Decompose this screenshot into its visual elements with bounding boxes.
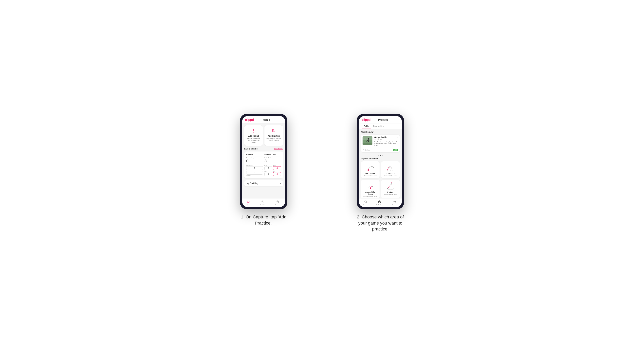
practice-drills-col: Practice Drills Drills Capture 8 OTT 0 — [264, 154, 281, 176]
practice-label: Practice — [246, 175, 263, 176]
off-the-tee-icon — [365, 163, 375, 172]
phone2-screen: clippd Practice Drills Favourites Most P… — [359, 116, 402, 207]
add-round-icon — [250, 127, 257, 134]
skill-card-around-green[interactable]: Around The Green Hone your short game — [361, 180, 380, 198]
nav-capture-label: Capture — [275, 204, 280, 206]
phone1-screen: clippd Home — [242, 116, 285, 207]
drill-star-icon[interactable]: ☆ — [396, 136, 398, 139]
phone1: clippd Home — [240, 114, 288, 209]
svg-point-40 — [394, 201, 395, 202]
ott-item: OTT 0 — [264, 165, 272, 170]
putt-value: 4 — [273, 172, 281, 176]
phone2: clippd Practice Drills Favourites Most P… — [356, 114, 404, 209]
add-round-card[interactable]: Add Round Record your shots fast or enha… — [244, 125, 263, 146]
drill-desc: Play 1 shot at each target yardage. If y… — [374, 141, 398, 146]
drill-title: Wedge Ladder — [374, 136, 388, 139]
dot-2 — [380, 155, 381, 156]
svg-marker-37 — [392, 182, 392, 183]
phone2-home-icon — [364, 200, 367, 204]
most-popular-label: Most Popular — [361, 131, 400, 133]
hamburger-menu-icon[interactable] — [279, 119, 282, 121]
svg-rect-13 — [362, 143, 372, 145]
app-label: APP — [273, 165, 281, 166]
phone2-nav-activities[interactable]: Activities — [376, 200, 383, 206]
nav-home-label: Home — [247, 204, 251, 206]
skill-card-approach[interactable]: Approach Dial-in to hit the green — [381, 161, 400, 178]
putting-desc: Make and lag practice — [384, 193, 397, 195]
add-practice-card[interactable]: Add Practice Capture your practice off-t… — [264, 125, 283, 146]
activities-icon — [261, 200, 265, 204]
practice-value: 0 — [246, 171, 263, 174]
phone2-header: clippd Practice — [359, 116, 402, 123]
putting-icon — [386, 182, 396, 190]
off-the-tee-title: Off The Tee — [366, 173, 375, 175]
drill-shots: 9 shots — [365, 149, 370, 151]
practice-tabs: Drills Favourites — [359, 123, 402, 129]
practice-content: Most Popular — [359, 129, 402, 198]
add-round-title: Add Round — [248, 135, 259, 137]
nav-activities[interactable]: Activities — [260, 200, 266, 206]
drills-capture-label: Drills Capture — [264, 157, 281, 159]
svg-point-14 — [368, 138, 369, 139]
golf-bag-row[interactable]: My Golf Bag › — [244, 180, 283, 186]
arg-item: ARG 0 — [264, 171, 272, 176]
phone2-nav-capture[interactable]: Capture — [392, 200, 397, 206]
rounds-header: Rounds — [246, 154, 263, 157]
golf-bag-label: My Golf Bag — [247, 182, 258, 184]
dot-1 — [378, 155, 379, 156]
approach-title: Approach — [386, 173, 394, 175]
nav-capture[interactable]: Capture — [275, 200, 280, 206]
wedge-ladder-card[interactable]: Wedge Ladder ☆ 50–100 yds Play 1 shot at… — [361, 135, 400, 152]
tab-favourites[interactable]: Favourites — [371, 123, 386, 129]
drills-sub-grid-2: ARG 0 PUTT 4 — [264, 171, 281, 176]
skill-areas-label: Explore skill areas — [361, 158, 400, 160]
page-wrapper: clippd Home — [213, 114, 431, 232]
tab-drills[interactable]: Drills — [362, 123, 371, 129]
skill-card-off-the-tee[interactable]: Off The Tee Power and accuracy — [361, 161, 380, 178]
phone2-bottom-nav: Home Activities — [359, 198, 402, 207]
svg-point-27 — [391, 169, 392, 170]
approach-desc: Dial-in to hit the green — [384, 175, 397, 176]
putt-label: PUTT — [273, 171, 281, 172]
phone2-capture-icon — [393, 200, 396, 204]
phone2-nav-home[interactable]: Home — [363, 200, 368, 206]
svg-point-28 — [387, 171, 388, 171]
add-practice-icon — [270, 127, 277, 134]
around-green-icon — [365, 182, 375, 190]
practice-drills-header: Practice Drills — [264, 154, 281, 157]
arg-label: ARG — [264, 171, 272, 172]
add-practice-desc: Capture your practice off-the-course — [266, 138, 282, 142]
nav-home[interactable]: Home — [247, 200, 251, 206]
around-green-title: Around The Green — [362, 191, 378, 195]
clock-icon — [362, 149, 364, 151]
tournament-value: 0 — [246, 166, 263, 170]
drill-app-badge: APP — [394, 149, 398, 151]
ott-label: OTT — [264, 165, 272, 166]
svg-point-24 — [368, 170, 369, 171]
rounds-sub-grid: Tournament 0 — [246, 165, 263, 170]
phone2-nav-capture-label: Capture — [392, 204, 397, 206]
svg-point-30 — [372, 186, 373, 187]
arg-value: 0 — [264, 172, 272, 176]
phone2-title: Practice — [378, 118, 388, 121]
phone1-logo: clippd — [245, 118, 254, 122]
phone2-hamburger-icon[interactable] — [396, 119, 399, 121]
add-practice-title: Add Practice — [268, 135, 280, 137]
rounds-capture-value: 0 — [246, 159, 263, 163]
svg-point-26 — [390, 168, 393, 171]
drill-info: Wedge Ladder ☆ 50–100 yds Play 1 shot at… — [374, 136, 398, 146]
view-activity-link[interactable]: View Activity — [274, 148, 283, 150]
stats-row: Rounds Rounds Capture 0 Tournament 0 0 — [246, 154, 281, 176]
svg-point-31 — [368, 187, 368, 188]
skill-grid: Off The Tee Power and accuracy — [361, 161, 400, 198]
skill-card-putting[interactable]: Putting Make and lag practice — [381, 180, 400, 198]
drills-capture-value: 8 — [264, 159, 281, 163]
svg-line-22 — [364, 150, 364, 150]
approach-icon — [386, 163, 396, 172]
svg-point-25 — [373, 167, 374, 168]
phone2-activities-icon — [378, 200, 381, 204]
stats-section-header: Last 3 Months View Activity — [244, 148, 283, 150]
svg-rect-12 — [362, 136, 372, 140]
phone2-nav-home-label: Home — [363, 204, 368, 206]
tournament-item: Tournament 0 — [246, 165, 263, 170]
